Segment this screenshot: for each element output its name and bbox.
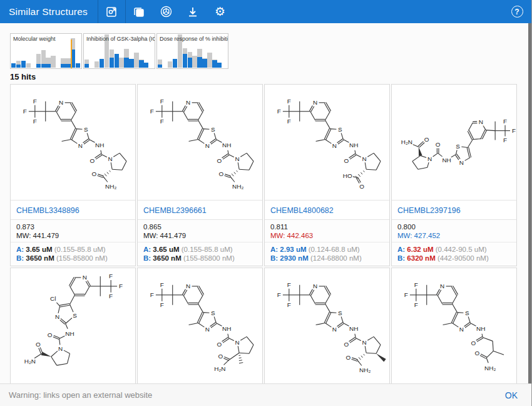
chembl-link[interactable]: CHEMBL2397196 [397, 206, 461, 215]
svg-text:S: S [456, 143, 460, 150]
molecule-structure: FFFNSNNHONONH₂ [265, 268, 389, 383]
chembl-link[interactable]: CHEMBL2396661 [143, 206, 207, 215]
activity-value: 3.65 uM [153, 246, 181, 253]
help-icon[interactable]: ? [503, 0, 531, 23]
activity-value: 2930 nM [280, 254, 310, 262]
activity-label: B: [270, 254, 280, 262]
results-grid: FFFNSNNHONONH₂CHEMBL33488960.873MW: 441.… [10, 84, 531, 383]
chembl-link[interactable]: CHEMBL3348896 [16, 206, 79, 215]
card-id-row: CHEMBL2396661 [138, 200, 262, 219]
activity-label: A: [397, 246, 407, 253]
svg-text:F: F [33, 98, 37, 105]
activity-range: (124-68800 nM) [310, 254, 362, 262]
copy-icon[interactable] [126, 0, 153, 23]
settings-icon[interactable]: ⚙ [207, 0, 233, 23]
ok-button[interactable]: OK [505, 390, 531, 400]
3d-structure-icon[interactable] [153, 0, 180, 23]
download-icon[interactable] [180, 0, 207, 23]
svg-text:O: O [359, 183, 364, 190]
activity-range: (442-90500 nM) [437, 254, 489, 262]
svg-text:O: O [91, 170, 96, 177]
activity-b: B: 3650 nM (155-85800 nM) [16, 254, 130, 263]
molecule-structure: H₂NONONHNSNFFF [392, 85, 516, 200]
svg-text:NH₂: NH₂ [232, 183, 243, 190]
chembl-link[interactable]: CHEMBL4800682 [270, 206, 334, 215]
svg-text:NH: NH [95, 142, 104, 148]
activity-label: A: [16, 246, 26, 253]
svg-text:S: S [338, 126, 342, 133]
molecular-weight: MW: 427.452 [397, 231, 511, 240]
svg-text:N: N [186, 99, 190, 106]
score-block: 0.865MW: 441.479 [138, 219, 262, 242]
svg-text:Cl: Cl [50, 295, 56, 302]
molecular-weight: MW: 442.463 [270, 231, 384, 240]
activity-label: B: [397, 254, 407, 262]
activity-label: A: [143, 246, 153, 253]
molecule-structure: FFFNSNNHONOH₂N [138, 268, 262, 383]
svg-text:S: S [211, 126, 215, 133]
page-title: Similar Structures [0, 6, 98, 18]
svg-text:F: F [414, 301, 418, 308]
vertical-scrollbar[interactable] [528, 23, 531, 383]
svg-text:N: N [362, 155, 367, 162]
structure-card: FFFNClNSNHONOH₂NCHEMBL2397197 [10, 268, 136, 383]
similar-structures-dialog: Similar Structures [0, 0, 532, 406]
svg-text:F: F [512, 127, 516, 134]
activity-label: B: [143, 254, 153, 262]
scrollbar-thumb[interactable] [528, 23, 531, 383]
svg-text:F: F [119, 283, 123, 289]
activity-range: (0.124-68.8 uM) [309, 246, 360, 253]
svg-text:H₂N: H₂N [24, 358, 36, 365]
molecule-structure: FFFNSNNHOONH₂ [392, 268, 516, 383]
svg-text:F: F [160, 98, 164, 105]
activity-a: A: 3.65 uM (0.155-85.8 uM) [143, 245, 257, 254]
svg-text:F: F [277, 108, 281, 115]
molecular-weight: MW: 441.479 [143, 231, 257, 240]
svg-text:S: S [338, 310, 342, 316]
activity-b: B: 2930 nM (124-68800 nM) [270, 254, 384, 263]
similarity-score: 0.873 [16, 222, 130, 231]
svg-text:N: N [235, 339, 240, 346]
footer-bar: Warning: links open an external website … [0, 383, 531, 406]
svg-text:NH: NH [476, 325, 485, 332]
svg-text:NH₂: NH₂ [105, 183, 116, 190]
svg-text:O: O [217, 341, 222, 348]
histogram-panel-3[interactable]: Dose response of % inhibition ( [156, 33, 228, 69]
svg-text:O: O [217, 157, 222, 164]
svg-text:F: F [160, 118, 164, 125]
svg-text:F: F [109, 273, 113, 279]
activity-range: (0.155-85.8 uM) [182, 246, 233, 253]
structure-card: H₂NONONHNSNFFFCHEMBL23971960.800MW: 427.… [391, 84, 517, 266]
svg-text:NH₂: NH₂ [359, 367, 371, 373]
svg-text:H₂N: H₂N [214, 365, 225, 372]
export-image-icon[interactable] [98, 0, 125, 23]
svg-text:O: O [424, 136, 429, 143]
svg-text:F: F [277, 291, 281, 298]
svg-text:O: O [436, 141, 441, 148]
histogram-panel-1[interactable]: Molecular weight [10, 33, 82, 69]
card-id-row: CHEMBL4800682 [265, 200, 389, 219]
svg-text:F: F [287, 118, 291, 125]
score-block: 0.811MW: 442.463 [265, 219, 389, 242]
card-id-row: CHEMBL3348896 [11, 200, 135, 219]
svg-text:O: O [48, 331, 53, 338]
histogram-panel-2[interactable]: Inhibition of GSK-3alpha (IC50) [83, 33, 155, 69]
svg-text:F: F [287, 281, 291, 288]
activity-value: 3650 nM [153, 254, 183, 262]
activity-a: A: 2.93 uM (0.124-68.8 uM) [270, 245, 384, 254]
svg-text:O: O [344, 341, 349, 348]
svg-text:N: N [108, 155, 113, 162]
svg-text:F: F [150, 291, 154, 298]
svg-text:NH₂: NH₂ [484, 365, 496, 372]
svg-text:N: N [313, 99, 317, 106]
structure-card: FFFNSNNHONONH₂CHEMBL23966610.865MW: 441.… [137, 84, 263, 266]
activity-b: B: 3650 nM (155-85800 nM) [143, 254, 257, 263]
histogram-title: Inhibition of GSK-3alpha (IC50) [86, 36, 155, 42]
molecular-weight: MW: 441.479 [16, 231, 130, 240]
activity-block: A: 6.32 uM (0.442-90.5 uM)B: 6320 nM (44… [392, 242, 516, 266]
svg-text:F: F [503, 137, 507, 143]
svg-text:F: F [287, 301, 291, 308]
activity-value: 6320 nM [407, 254, 437, 262]
svg-text:NH: NH [222, 142, 231, 148]
content-area: Molecular weightInhibition of GSK-3alpha… [0, 23, 531, 383]
